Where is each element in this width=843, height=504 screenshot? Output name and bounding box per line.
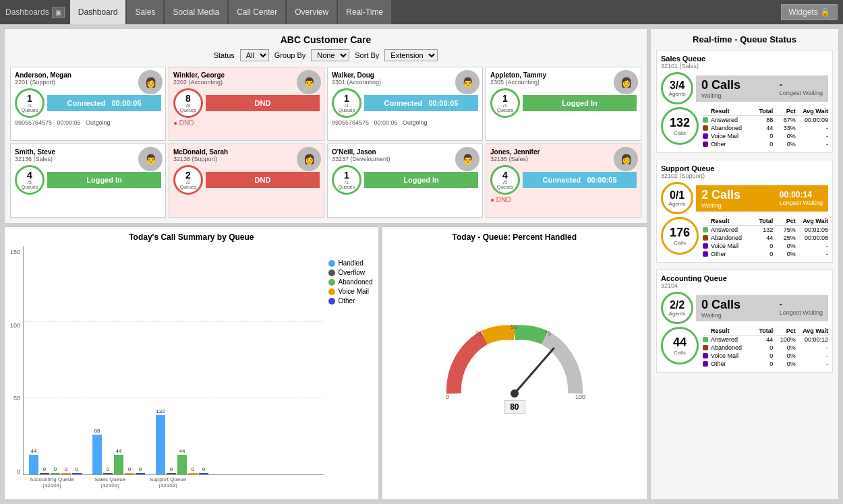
status-badge: Logged In xyxy=(364,172,478,188)
group-select[interactable]: None xyxy=(311,49,349,61)
queue-section-accounting: Accounting Queue 32104 2/2 Agents 0 Call… xyxy=(656,270,833,373)
other-dot xyxy=(703,141,708,147)
bar-other: 0 xyxy=(199,466,208,474)
x-label-sales: Sales Queue (32101) xyxy=(86,476,134,489)
queue-section-sales: Sales Queue 32101 (Sales) 3/4 Agents 0 C… xyxy=(656,50,833,153)
avatar-img: 👨 xyxy=(138,147,163,171)
queue-status-header: 0/1 Agents 2 Calls Waiting 00:00:14 Long… xyxy=(661,182,828,214)
q-waiting-label: Waiting xyxy=(701,202,740,209)
grid-line-50 xyxy=(24,398,323,398)
widgets-button[interactable]: Widgets 🔒 xyxy=(781,4,838,20)
q-agents-circle: 3/4 Agents xyxy=(661,72,693,104)
q-row-answered: Answered 44 100% 00:00:12 xyxy=(703,336,828,344)
bar-group-sales: 88 0 44 xyxy=(92,428,145,474)
q-calls-circle: 132 Calls xyxy=(661,107,699,145)
status-select[interactable]: All xyxy=(240,49,269,61)
agent-avatar: 👩 xyxy=(614,70,638,94)
q-results-table: Result Total Pct Avg Wait Answered 88 67… xyxy=(703,107,828,148)
sort-select[interactable]: Extension xyxy=(384,49,438,61)
q-row-other: Other 0 0% - xyxy=(703,140,828,148)
agent-status-row: 1 /1 Queues Connected 00:00:05 xyxy=(15,88,161,118)
bar-chart-panel: Today's Call Summary by Queue 150 100 50… xyxy=(4,226,379,500)
gauge-segment-orange xyxy=(484,333,515,338)
q-wait-time: - xyxy=(780,80,823,90)
queue-name: Support Queue xyxy=(661,164,828,172)
avatar-img: 👨 xyxy=(455,147,479,171)
gauge-label-50: 50 xyxy=(511,323,517,330)
queue-circle: 2 /2 Queues xyxy=(173,165,203,195)
tab-real-time[interactable]: Real-Time xyxy=(338,0,391,24)
sort-label: Sort By xyxy=(355,51,379,59)
q-calls-circle: 44 Calls xyxy=(661,327,699,365)
agent-card-oneill: O'Neill, Jason 33237 (Development) 👨 1 /… xyxy=(327,144,483,218)
abandoned-dot xyxy=(703,125,708,131)
queue-circle: 8 /8 Queues xyxy=(173,88,203,118)
q-calls-box: 2 Calls Waiting 00:00:14 Longest Waiting xyxy=(696,185,828,212)
agent-card-mcdonald: McDonald, Sarah 32138 (Support) 👩 2 /2 Q… xyxy=(169,144,324,218)
main-container: ABC Customer Care Status All Group By No… xyxy=(0,24,843,504)
q-calls-circle: 176 Calls xyxy=(661,217,699,255)
filter-row: Status All Group By None Sort By Extensi… xyxy=(10,49,641,61)
agent-avatar: 👩 xyxy=(138,70,163,94)
q-waiting-label: Waiting xyxy=(701,312,740,319)
section-title: ABC Customer Care xyxy=(10,34,641,45)
agent-avatar: 👨 xyxy=(455,70,479,94)
tab-sales[interactable]: Sales xyxy=(127,0,163,24)
dnd-indicator: ● DND xyxy=(490,196,637,203)
agent-card-anderson: Anderson, Megan 2201 (Support) 👩 1 /1 Qu… xyxy=(10,67,166,141)
agent-status-row: 2 /2 Queues DND xyxy=(173,165,320,195)
group-label: Group By xyxy=(274,51,306,59)
q-calls-num: 2 Calls xyxy=(701,188,740,202)
avatar-img: 👨 xyxy=(455,70,479,94)
gauge-label-75: 75 xyxy=(544,330,551,337)
brand-icon[interactable]: ▣ xyxy=(52,7,65,18)
q-longest-label: Longest Waiting xyxy=(780,199,823,206)
agent-card-appleton: Appleton, Tammy 2305 (Accounting) 👩 1 /1… xyxy=(486,67,641,141)
q-wait-time: - xyxy=(780,300,823,309)
q-agents-circle: 0/1 Agents xyxy=(661,182,693,214)
legend-abandoned: Abandoned xyxy=(328,278,372,286)
bar-voicemail: 0 xyxy=(61,466,71,474)
y-axis: 150 100 50 0 xyxy=(10,246,23,489)
left-panel: ABC Customer Care Status All Group By No… xyxy=(4,28,647,500)
legend-handled: Handled xyxy=(328,259,372,267)
tab-social-media[interactable]: Social Media xyxy=(165,0,227,24)
q-row-answered: Answered 88 67% 00:00:09 xyxy=(703,116,828,124)
bar-group-bars: 44 0 0 xyxy=(29,448,82,474)
q-stats: 132 Calls Result Total Pct Avg Wait Answ… xyxy=(661,107,828,148)
tab-call-center[interactable]: Call Center xyxy=(229,0,285,24)
overflow-dot xyxy=(328,270,335,276)
tab-dashboard[interactable]: Dashboard xyxy=(70,0,126,24)
bar-group-accounting: 44 0 0 xyxy=(29,448,82,474)
bars-container: 44 0 0 xyxy=(23,246,323,475)
agent-avatar: 👨 xyxy=(138,147,163,171)
bar-abandoned: 0 xyxy=(51,466,60,474)
bar-other: 0 xyxy=(136,466,145,474)
queue-circle: 4 /5 Queues xyxy=(15,165,45,195)
q-row-other: Other 0 0% - xyxy=(703,250,828,258)
bar-chart-title: Today's Call Summary by Queue xyxy=(10,232,373,242)
q-calls-num: 0 Calls xyxy=(701,298,740,312)
queue-circle: 1 /1 Queues xyxy=(332,88,361,118)
tab-overview[interactable]: Overview xyxy=(287,0,337,24)
bar-voicemail: 0 xyxy=(188,466,198,474)
queue-status-header: 2/2 Agents 0 Calls Waiting - Longest Wai… xyxy=(661,292,828,324)
agent-status-row: 1 /1 Queues Logged In xyxy=(332,165,478,195)
avatar-img: 👩 xyxy=(297,147,321,171)
q-calls-box: 0 Calls Waiting - Longest Waiting xyxy=(696,295,828,321)
queue-id: 32101 (Sales) xyxy=(661,63,828,69)
agent-card-jones: Jones, Jennifer 32135 (Sales) 👩 4 /5 Que… xyxy=(486,144,641,218)
queue-circle: 1 /1 Queues xyxy=(490,88,520,118)
q-row-answered: Answered 132 75% 00:01:05 xyxy=(703,226,828,234)
avatar-img: 👩 xyxy=(614,70,638,94)
brand-label: Dashboards xyxy=(5,7,49,17)
q-longest-label: Longest Waiting xyxy=(780,309,823,316)
gauge-segment-green xyxy=(515,333,545,338)
q-table-header: Result Total Pct Avg Wait xyxy=(703,107,828,116)
queue-name: Accounting Queue xyxy=(661,274,828,282)
agent-status-row: 1 /1 Queues Logged In xyxy=(490,88,637,118)
voicemail-dot xyxy=(328,288,335,295)
status-badge: Logged In xyxy=(47,172,161,188)
bar-handled: 44 xyxy=(29,448,38,474)
status-badge: Connected 00:00:05 xyxy=(523,172,637,188)
